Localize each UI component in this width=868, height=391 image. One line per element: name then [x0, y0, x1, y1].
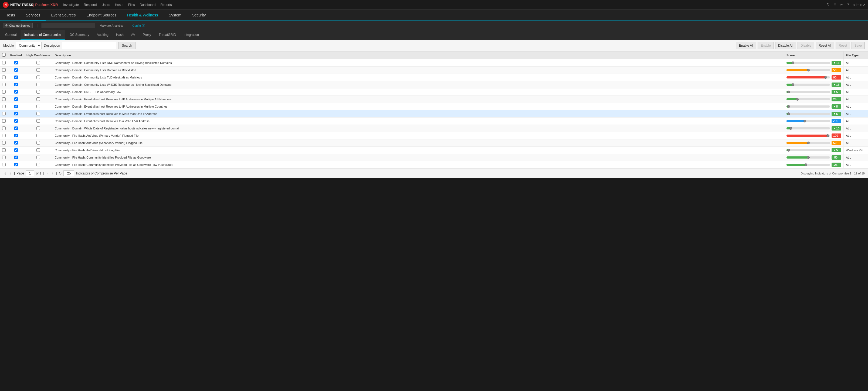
slider-track-3[interactable] [786, 84, 830, 86]
description-input[interactable] [62, 42, 116, 49]
enabled-checkbox-14[interactable] [14, 163, 18, 166]
enable-all-button[interactable]: Enable All [736, 42, 756, 49]
high-confidence-checkbox-7[interactable] [36, 112, 40, 116]
nav-investigate[interactable]: Investigate [63, 3, 79, 7]
second-nav-security[interactable]: Security [187, 10, 211, 21]
enabled-checkbox-7[interactable] [14, 112, 18, 116]
enabled-checkbox-0[interactable] [14, 61, 18, 64]
module-select[interactable]: Community Custom All [16, 42, 41, 49]
enabled-checkbox-4[interactable] [14, 90, 18, 94]
second-nav-event-sources[interactable]: Event Sources [45, 10, 81, 21]
enabled-checkbox-11[interactable] [14, 141, 18, 144]
tab-indicators-of-compromise[interactable]: Indicators of Compromise [21, 30, 65, 40]
first-page-button[interactable]: ⟪ [3, 171, 7, 176]
high-confidence-checkbox-4[interactable] [36, 90, 40, 94]
page-input[interactable] [26, 170, 34, 176]
nav-dashboard[interactable]: Dashboard [140, 3, 156, 7]
refresh-button[interactable]: ↻ [59, 171, 62, 175]
last-page-button[interactable]: ⟫ [51, 171, 55, 176]
second-nav-endpoint-sources[interactable]: Endpoint Sources [81, 10, 122, 21]
slider-track-12[interactable] [786, 149, 830, 151]
enabled-checkbox-6[interactable] [14, 105, 18, 108]
high-confidence-checkbox-10[interactable] [36, 134, 40, 137]
timer-icon[interactable]: ⏱ [826, 3, 830, 7]
tools-icon[interactable]: ✂ [840, 3, 843, 7]
nav-users[interactable]: Users [101, 3, 110, 7]
enabled-checkbox-2[interactable] [14, 75, 18, 79]
row-checkbox-10[interactable] [2, 134, 6, 137]
search-button[interactable]: Search [118, 42, 135, 49]
disable-all-button[interactable]: Disable All [775, 42, 796, 49]
service-name-input[interactable] [41, 23, 95, 28]
high-confidence-checkbox-0[interactable] [36, 61, 40, 64]
second-nav-system[interactable]: System [163, 10, 187, 21]
slider-track-6[interactable] [786, 105, 830, 107]
tab-proxy[interactable]: Proxy [139, 30, 155, 40]
row-checkbox-12[interactable] [2, 148, 6, 152]
high-confidence-checkbox-9[interactable] [36, 127, 40, 130]
enabled-checkbox-8[interactable] [14, 119, 18, 123]
row-checkbox-1[interactable] [2, 68, 6, 72]
tab-av[interactable]: AV [127, 30, 139, 40]
high-confidence-checkbox-2[interactable] [36, 75, 40, 79]
slider-track-9[interactable] [786, 127, 830, 129]
slider-track-0[interactable] [786, 62, 830, 64]
high-confidence-checkbox-11[interactable] [36, 141, 40, 144]
high-confidence-checkbox-13[interactable] [36, 156, 40, 159]
high-confidence-checkbox-12[interactable] [36, 148, 40, 152]
row-checkbox-11[interactable] [2, 141, 6, 144]
high-confidence-checkbox-8[interactable] [36, 119, 40, 123]
tab-auditing[interactable]: Auditing [93, 30, 112, 40]
admin-label[interactable]: admin > [852, 3, 865, 7]
slider-track-4[interactable] [786, 91, 830, 93]
save-button[interactable]: Save [851, 42, 865, 49]
slider-track-7[interactable] [786, 113, 830, 115]
select-all-checkbox[interactable] [2, 53, 6, 57]
row-checkbox-13[interactable] [2, 156, 6, 159]
high-confidence-checkbox-5[interactable] [36, 97, 40, 101]
enabled-checkbox-13[interactable] [14, 156, 18, 159]
enable-button[interactable]: Enable [757, 42, 774, 49]
slider-track-13[interactable] [786, 156, 830, 159]
tab-ioc-summary[interactable]: IOC Summary [65, 30, 93, 40]
row-checkbox-14[interactable] [2, 163, 6, 166]
row-checkbox-3[interactable] [2, 83, 6, 86]
row-checkbox-5[interactable] [2, 97, 6, 101]
high-confidence-checkbox-1[interactable] [36, 68, 40, 72]
row-checkbox-6[interactable] [2, 105, 6, 108]
slider-track-8[interactable] [786, 120, 830, 122]
row-checkbox-4[interactable] [2, 90, 6, 94]
high-confidence-checkbox-14[interactable] [36, 163, 40, 166]
slider-track-11[interactable] [786, 142, 830, 144]
row-checkbox-2[interactable] [2, 75, 6, 79]
help-icon[interactable]: ? [847, 3, 849, 7]
slider-track-2[interactable] [786, 76, 830, 78]
tab-hash[interactable]: Hash [112, 30, 127, 40]
slider-track-5[interactable] [786, 98, 830, 100]
second-nav-hosts[interactable]: Hosts [0, 10, 21, 21]
disable-button[interactable]: Disable [798, 42, 814, 49]
row-checkbox-8[interactable] [2, 119, 6, 123]
enabled-checkbox-5[interactable] [14, 97, 18, 101]
nav-hosts[interactable]: Hosts [115, 3, 123, 7]
nav-files[interactable]: Files [128, 3, 135, 7]
next-page-button[interactable]: ⟩ [45, 171, 49, 176]
tab-integration[interactable]: Integration [180, 30, 203, 40]
nav-reports[interactable]: Reports [160, 3, 172, 7]
second-nav-services[interactable]: Services [21, 10, 46, 21]
prev-page-button[interactable]: ⟨ [9, 171, 12, 176]
enabled-checkbox-10[interactable] [14, 134, 18, 137]
tab-general[interactable]: General [1, 30, 21, 40]
tab-threatgrid[interactable]: ThreatGRID [155, 30, 180, 40]
enabled-checkbox-12[interactable] [14, 148, 18, 152]
slider-track-1[interactable] [786, 69, 830, 71]
nav-respond[interactable]: Respond [84, 3, 97, 7]
second-nav-health-wellness[interactable]: Health & Wellness [122, 10, 163, 21]
enabled-checkbox-3[interactable] [14, 83, 18, 86]
row-checkbox-0[interactable] [2, 61, 6, 64]
reset-all-button[interactable]: Reset All [816, 42, 834, 49]
slider-track-14[interactable] [786, 164, 830, 166]
high-confidence-checkbox-3[interactable] [36, 83, 40, 86]
enabled-checkbox-9[interactable] [14, 127, 18, 130]
config-link[interactable]: Config ⓘ [132, 24, 145, 28]
